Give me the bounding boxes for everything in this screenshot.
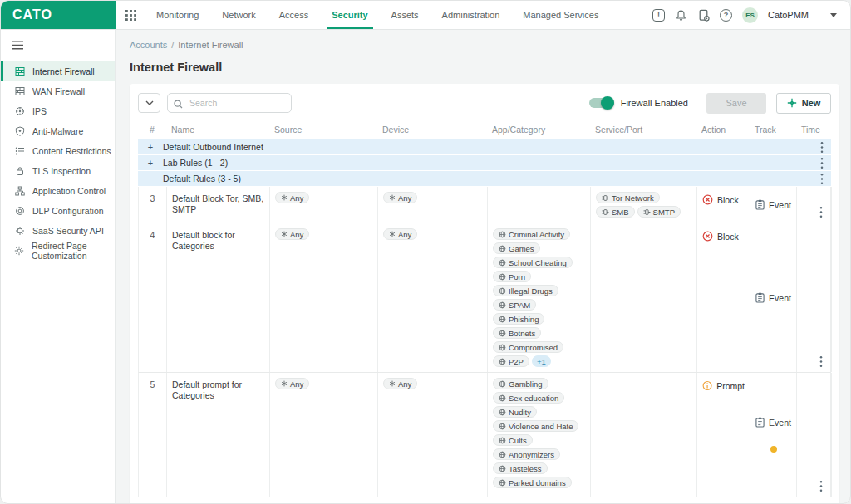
sidebar-item-redirect-page-customization[interactable]: Redirect Page Customization	[1, 241, 115, 261]
sidebar-item-saas-security-api[interactable]: SaaS Security API	[1, 221, 115, 241]
sidebar-item-ips[interactable]: IPS	[1, 101, 115, 121]
rule-menu-button[interactable]	[819, 355, 823, 368]
group-menu-button[interactable]	[820, 141, 824, 154]
release-notes-icon[interactable]: !	[652, 9, 665, 22]
chip-spam: SPAM	[493, 299, 536, 311]
content-restrictions-icon	[14, 146, 25, 156]
category-icon	[499, 316, 506, 323]
new-button-label: New	[802, 98, 821, 108]
hamburger-menu-icon[interactable]	[1, 30, 115, 61]
collapse-group-icon[interactable]: −	[138, 174, 163, 183]
source-chips: Any	[275, 192, 372, 203]
more-chips-badge[interactable]: +1	[532, 355, 551, 367]
rule-action-cell: Prompt	[697, 373, 750, 497]
topnav-item-administration[interactable]: Administration	[430, 1, 512, 29]
chip-any: Any	[383, 228, 417, 240]
column-header--: #	[138, 120, 166, 139]
category-icon	[499, 231, 506, 238]
track-notification-dot-icon	[770, 446, 777, 453]
sidebar-item-label: IPS	[32, 106, 47, 116]
rule-group-row[interactable]: +Lab Rules (1 - 2)	[138, 155, 831, 170]
kebab-icon	[819, 206, 823, 218]
device-settings-icon[interactable]	[697, 9, 710, 22]
rule-action-cell: Block	[697, 223, 750, 372]
rules-toolbar: Firewall Enabled Save New	[138, 92, 831, 114]
chip-label: Nudity	[509, 408, 531, 417]
sidebar-item-content-restrictions[interactable]: Content Restrictions	[1, 141, 115, 161]
expand-group-icon[interactable]: +	[138, 159, 163, 168]
column-header-track: Track	[750, 120, 796, 139]
chip-any: Any	[275, 228, 309, 240]
chip-label: Cults	[509, 436, 527, 445]
account-name: CatoPMM	[768, 10, 809, 20]
chip-label: Any	[398, 230, 411, 239]
firewall-enabled-label: Firewall Enabled	[621, 98, 688, 108]
internet-firewall-icon	[15, 66, 25, 76]
sidebar-item-label: DLP Configuration	[32, 206, 104, 216]
category-icon	[499, 301, 506, 309]
user-avatar[interactable]: ES	[742, 7, 758, 23]
chip-any: Any	[275, 192, 309, 203]
chip-violence-and-hate: Violence and Hate	[493, 420, 578, 432]
chevron-down-icon	[830, 13, 837, 17]
firewall-rule-row[interactable]: 4Default block for CategoriesAnyAnyCrimi…	[138, 223, 831, 373]
search-box	[167, 93, 292, 113]
sidebar-item-internet-firewall[interactable]: Internet Firewall	[1, 61, 115, 81]
topnav-item-monitoring[interactable]: Monitoring	[145, 1, 210, 29]
topnav-item-network[interactable]: Network	[210, 1, 267, 29]
sidebar-item-application-control[interactable]: Application Control	[1, 181, 115, 201]
rule-device-cell: Any	[378, 187, 488, 223]
save-button[interactable]: Save	[706, 93, 766, 114]
chip-botnets: Botnets	[493, 327, 541, 339]
rule-group-row[interactable]: +Default Outbound Internet	[138, 139, 831, 154]
help-icon[interactable]: ?	[720, 9, 732, 22]
rule-menu-button[interactable]	[819, 480, 823, 492]
rule-menu-button[interactable]	[819, 206, 823, 218]
ips-icon	[15, 106, 25, 116]
category-icon	[499, 358, 506, 365]
action-label: Prompt	[716, 380, 745, 391]
action-label: Block	[717, 194, 739, 205]
category-icon	[499, 409, 506, 416]
asterisk-icon	[281, 380, 288, 387]
track-event-label: Event	[769, 293, 791, 303]
sidebar-item-anti-malware[interactable]: Anti-Malware	[1, 121, 115, 141]
firewall-rule-row[interactable]: 5Default prompt for CategoriesAnyAnyGamb…	[138, 373, 831, 497]
new-rule-button[interactable]: New	[776, 93, 831, 114]
search-input[interactable]	[167, 93, 292, 113]
chip-any: Any	[275, 378, 309, 389]
topnav-item-assets[interactable]: Assets	[380, 1, 430, 29]
page-title: Internet Firewall	[116, 50, 850, 74]
apps-grid-icon[interactable]	[116, 1, 145, 29]
chip-games: Games	[493, 242, 540, 254]
topnav-item-managed-services[interactable]: Managed Services	[511, 1, 610, 29]
sidebar-item-label: Content Restrictions	[32, 146, 111, 156]
expand-collapse-all-button[interactable]	[138, 93, 160, 113]
chip-label: SPAM	[509, 301, 530, 310]
expand-group-icon[interactable]: +	[138, 143, 163, 152]
anti-malware-icon	[14, 126, 25, 136]
sidebar-item-tls-inspection[interactable]: TLS Inspection	[1, 161, 115, 181]
account-switcher[interactable]: CatoPMM	[768, 10, 837, 20]
rule-device-cell: Any	[378, 223, 488, 372]
rule-group-row[interactable]: −Default Rules (3 - 5)	[138, 171, 831, 186]
sidebar-item-wan-firewall[interactable]: WAN Firewall	[1, 81, 115, 101]
topnav-item-access[interactable]: Access	[268, 1, 320, 29]
search-icon	[174, 97, 183, 112]
chip-sex-education: Sex education	[493, 392, 564, 404]
firewall-enabled-toggle[interactable]	[589, 97, 614, 109]
notifications-bell-icon[interactable]	[675, 9, 687, 22]
chip-tasteless: Tasteless	[493, 462, 548, 474]
wan-firewall-icon	[14, 86, 25, 96]
group-menu-button[interactable]	[820, 157, 824, 169]
breadcrumb-accounts-link[interactable]: Accounts	[130, 40, 167, 50]
rule-service-port-cell	[591, 223, 697, 372]
asterisk-icon	[389, 231, 396, 237]
event-icon	[755, 292, 765, 303]
firewall-rule-row[interactable]: 3Default Block Tor, SMB, SMTPAnyAnyTor N…	[138, 187, 831, 223]
rule-device-cell: Any	[378, 373, 488, 497]
group-menu-button[interactable]	[820, 173, 824, 185]
kebab-icon	[819, 355, 823, 368]
topnav-item-security[interactable]: Security	[320, 1, 379, 29]
sidebar-item-dlp-configuration[interactable]: DLP Configuration	[1, 201, 115, 221]
